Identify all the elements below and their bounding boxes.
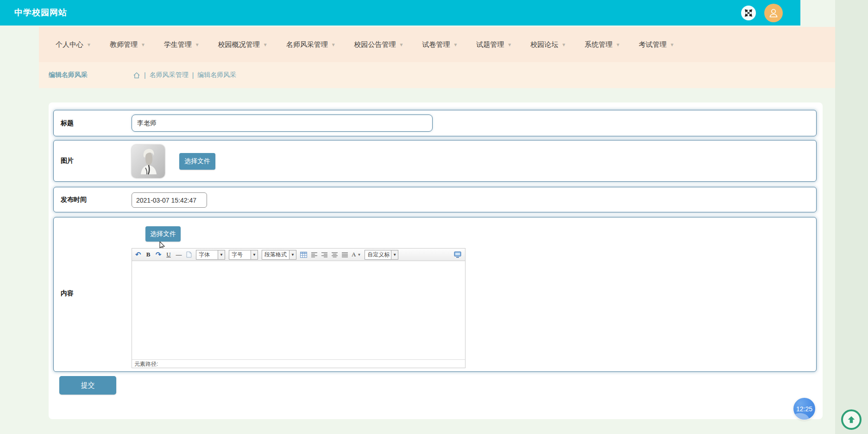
- publish-time-input[interactable]: [132, 192, 207, 208]
- breadcrumb: 编辑名师风采 | 名师风采管理 | 编辑名师风采: [39, 62, 835, 88]
- breadcrumb-link[interactable]: 名师风采管理: [150, 71, 189, 79]
- rich-text-editor: ↶ B ↷ U — 字体 ▼ 字号 ▼: [132, 248, 465, 368]
- nav-item-label: 考试管理: [639, 40, 667, 49]
- redo-icon[interactable]: ↷: [155, 250, 162, 259]
- breadcrumb-current: 编辑名师风采: [197, 71, 236, 79]
- paragraph-format-value: 段落格式: [262, 251, 289, 259]
- breadcrumb-separator: |: [192, 71, 194, 79]
- nav-item-question-management[interactable]: 试题管理▼: [467, 37, 521, 53]
- main-nav: 个人中心▼ 教师管理▼ 学生管理▼ 校园概况管理▼ 名师风采管理▼ 校园公告管理…: [39, 27, 835, 62]
- horizontal-rule-button[interactable]: —: [176, 250, 182, 259]
- paste-icon[interactable]: [186, 250, 192, 259]
- expand-arrows-icon: [744, 8, 753, 18]
- clock-time: 12:25: [796, 405, 812, 413]
- chevron-down-icon: ▼: [391, 250, 398, 259]
- chevron-down-icon: ▼: [251, 250, 258, 259]
- chevron-down-icon: ▼: [195, 42, 200, 47]
- choose-content-file-button[interactable]: 选择文件: [145, 226, 181, 242]
- nav-item-personal-center[interactable]: 个人中心▼: [46, 37, 101, 53]
- nav-item-label: 试卷管理: [422, 40, 450, 49]
- editor-content-area[interactable]: [132, 261, 465, 359]
- nav-item-famous-teacher-management[interactable]: 名师风采管理▼: [277, 37, 345, 53]
- nav-item-student-management[interactable]: 学生管理▼: [155, 37, 209, 53]
- chevron-down-icon: ▼: [507, 42, 512, 47]
- align-right-icon[interactable]: [321, 250, 327, 259]
- paragraph-format-select[interactable]: 段落格式 ▼: [262, 250, 296, 260]
- nav-item-label: 校园概况管理: [218, 40, 260, 49]
- chevron-down-icon: ▼: [357, 253, 361, 257]
- nav-item-label: 系统管理: [585, 40, 612, 49]
- form-row-publish-time: 发布时间: [53, 187, 817, 212]
- element-path-label: 元素路径:: [134, 361, 158, 367]
- nav-item-campus-announcement-management[interactable]: 校园公告管理▼: [345, 37, 413, 53]
- header-actions: [741, 0, 783, 26]
- align-left-icon[interactable]: [311, 250, 317, 259]
- image-label: 图片: [61, 157, 74, 165]
- nav-item-campus-overview-management[interactable]: 校园概况管理▼: [209, 37, 277, 53]
- form-row-image: 图片 选择文件: [53, 140, 817, 182]
- arrow-up-icon: [847, 415, 856, 424]
- app-header: 中学校园网站: [0, 0, 800, 26]
- align-justify-icon[interactable]: [341, 250, 348, 259]
- page: 中学校园网站: [0, 0, 868, 434]
- teacher-photo: [132, 145, 165, 178]
- table-icon[interactable]: [300, 250, 307, 259]
- form-row-title: 标题: [53, 110, 817, 136]
- element-path-bar: 元素路径:: [132, 359, 465, 368]
- chevron-down-icon: ▼: [141, 42, 145, 47]
- nav-item-label: 校园公告管理: [354, 40, 396, 49]
- page-title: 编辑名师风采: [49, 71, 88, 79]
- breadcrumb-separator: |: [144, 71, 146, 79]
- app-title: 中学校园网站: [14, 0, 67, 26]
- bold-button[interactable]: B: [145, 250, 151, 259]
- chevron-down-icon: ▼: [289, 250, 296, 259]
- nav-item-system-management[interactable]: 系统管理▼: [575, 37, 629, 53]
- back-to-top-button[interactable]: [841, 409, 862, 430]
- clock-widget[interactable]: 12:25: [793, 398, 815, 420]
- font-family-select[interactable]: 字体 ▼: [196, 250, 225, 260]
- chevron-down-icon: ▼: [263, 42, 268, 47]
- chevron-down-icon: ▼: [616, 42, 620, 47]
- font-color-letter: A: [352, 251, 356, 258]
- content-label: 内容: [61, 289, 74, 298]
- form-row-content: 内容 选择文件 ↶ B ↷ U — 字体 ▼: [53, 217, 817, 372]
- custom-style-select[interactable]: 自定义标 ▼: [365, 250, 398, 260]
- nav-item-campus-forum[interactable]: 校园论坛▼: [521, 37, 575, 53]
- choose-image-button[interactable]: 选择文件: [179, 153, 215, 170]
- nav-item-label: 名师风采管理: [286, 40, 328, 49]
- chevron-down-icon: ▼: [331, 42, 336, 47]
- nav-item-label: 个人中心: [56, 40, 83, 49]
- font-family-value: 字体: [196, 251, 218, 259]
- nav-item-label: 学生管理: [164, 40, 192, 49]
- user-avatar-button[interactable]: [764, 4, 783, 22]
- undo-icon[interactable]: ↶: [135, 250, 141, 259]
- title-label: 标题: [61, 119, 74, 128]
- fullscreen-button[interactable]: [741, 6, 756, 20]
- font-size-select[interactable]: 字号 ▼: [229, 250, 258, 260]
- title-input[interactable]: [132, 115, 433, 132]
- fullscreen-editor-icon[interactable]: [454, 250, 461, 259]
- font-color-button[interactable]: A▼: [352, 250, 361, 259]
- nav-item-teacher-management[interactable]: 教师管理▼: [101, 37, 155, 53]
- nav-item-exam-paper-management[interactable]: 试卷管理▼: [413, 37, 467, 53]
- home-icon[interactable]: [133, 72, 140, 79]
- custom-style-value: 自定义标: [365, 251, 391, 259]
- font-size-value: 字号: [229, 251, 251, 259]
- page-right-gutter: [835, 0, 868, 434]
- form-card: 标题 图片 选择文件: [49, 102, 823, 419]
- chevron-down-icon: ▼: [561, 42, 566, 47]
- nav-item-label: 教师管理: [110, 40, 138, 49]
- nav-item-label: 试题管理: [476, 40, 504, 49]
- chevron-down-icon: ▼: [399, 42, 404, 47]
- user-icon: [768, 7, 779, 19]
- chevron-down-icon: ▼: [453, 42, 458, 47]
- underline-button[interactable]: U: [165, 250, 172, 259]
- chevron-down-icon: ▼: [87, 42, 91, 47]
- nav-item-label: 校园论坛: [530, 40, 558, 49]
- chevron-down-icon: ▼: [218, 250, 225, 259]
- align-center-icon[interactable]: [331, 250, 338, 259]
- publish-time-label: 发布时间: [61, 196, 87, 204]
- chevron-down-icon: ▼: [670, 42, 674, 47]
- submit-button[interactable]: 提交: [59, 376, 116, 395]
- nav-item-exam-management[interactable]: 考试管理▼: [629, 37, 684, 53]
